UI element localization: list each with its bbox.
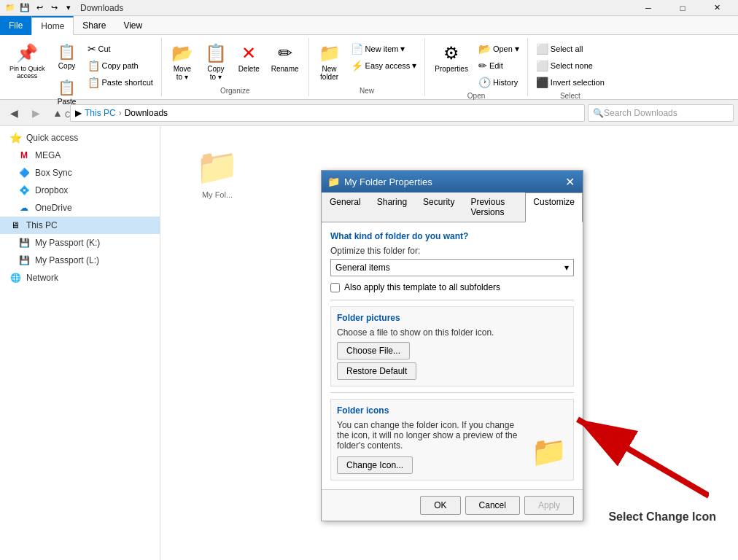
edit-button[interactable]: ✏ Edit [475, 58, 523, 74]
copy-path-button[interactable]: 📋 Copy path [84, 58, 157, 74]
sidebar-item-onedrive[interactable]: ☁ OneDrive [0, 199, 160, 217]
ribbon: File Home Share View 📌 Pin to Quickacces… [0, 16, 738, 100]
tab-view[interactable]: View [114, 16, 151, 34]
ok-button[interactable]: OK [420, 496, 460, 515]
dialog-tabs: General Sharing Security Previous Versio… [322, 192, 583, 222]
optimize-dropdown[interactable]: General items ▾ [330, 259, 574, 276]
dialog-tab-sharing[interactable]: Sharing [369, 192, 415, 222]
delete-button[interactable]: ✕ Delete [233, 39, 265, 77]
forward-button[interactable]: ▶ [26, 104, 45, 122]
dialog-footer: OK Cancel Apply [322, 489, 583, 521]
cut-label: Cut [98, 44, 111, 53]
edit-icon: ✏ [478, 60, 487, 71]
dialog-title-bar[interactable]: 📁 My Folder Properties ✕ [322, 171, 583, 192]
select-group: ⬜ Select all ⬜ Select none ⬛ Invert sele… [528, 38, 613, 96]
dialog-title-icon: 📁 [327, 176, 340, 187]
sidebar-item-passport-l[interactable]: 💾 My Passport (L:) [0, 252, 160, 269]
invert-label: Invert selection [551, 78, 605, 87]
copy-to-button[interactable]: 📋 Copyto ▾ [200, 39, 232, 85]
cut-icon: ✂ [88, 43, 96, 55]
optimize-subheading: Optimize this folder for: [330, 246, 574, 256]
dialog-close-button[interactable]: ✕ [562, 174, 577, 189]
search-bar[interactable]: 🔍 Search Downloads [588, 104, 734, 122]
rename-button[interactable]: ✏ Rename [266, 39, 304, 77]
dropdown-icon[interactable]: ▾ [63, 2, 74, 14]
cut-button[interactable]: ✂ Cut [84, 41, 157, 57]
folder-preview-icon: 📁 [531, 435, 567, 469]
dialog-tab-general[interactable]: General [322, 192, 369, 222]
sidebar-quick-access-label: Quick access [26, 133, 78, 143]
address-bar[interactable]: ▶ This PC › Downloads [70, 104, 585, 122]
paste-shortcut-button[interactable]: 📋 Paste shortcut [84, 74, 157, 90]
save-icon[interactable]: 💾 [19, 2, 31, 14]
move-to-button[interactable]: 📂 Moveto ▾ [166, 39, 198, 85]
copy-path-icon: 📋 [88, 60, 100, 71]
maximize-button[interactable]: □ [666, 0, 699, 16]
copy-icon: 📋 [58, 43, 76, 61]
choose-file-button[interactable]: Choose File... [337, 342, 410, 359]
copy-button[interactable]: 📋 Copy [52, 39, 82, 74]
breadcrumb-this-pc[interactable]: This PC [85, 108, 116, 118]
cancel-button[interactable]: Cancel [465, 496, 520, 515]
tab-home[interactable]: Home [31, 16, 74, 35]
sidebar-item-quick-access[interactable]: ⭐ Quick access [0, 129, 160, 147]
history-button[interactable]: 🕐 History [475, 74, 523, 90]
tab-file[interactable]: File [0, 16, 31, 35]
invert-icon: ⬛ [536, 77, 548, 88]
copy-to-icon: 📋 [205, 43, 227, 63]
sidebar-passport-l-label: My Passport (L:) [35, 255, 99, 265]
rename-label: Rename [271, 65, 299, 73]
folder-item-myfolder[interactable]: 📁 My Fol... [188, 147, 246, 199]
redo-icon[interactable]: ↪ [48, 2, 60, 14]
open-label: Open [493, 44, 513, 53]
apply-template-checkbox[interactable] [330, 283, 340, 292]
apply-button[interactable]: Apply [524, 496, 574, 515]
properties-button[interactable]: ⚙ Properties [430, 39, 473, 77]
undo-icon[interactable]: ↩ [34, 2, 45, 14]
sidebar-item-dropbox[interactable]: 💠 Dropbox [0, 182, 160, 199]
delete-icon: ✕ [241, 43, 256, 63]
dropdown-arrow-icon: ▾ [564, 262, 569, 273]
invert-selection-button[interactable]: ⬛ Invert selection [532, 74, 608, 90]
history-icon: 🕐 [478, 77, 491, 88]
sidebar-item-this-pc[interactable]: 🖥 This PC [0, 217, 160, 234]
passport-l-icon: 💾 [18, 255, 31, 265]
main-layout: ⭐ Quick access M MEGA 🔷 Box Sync 💠 Dropb… [0, 126, 738, 560]
dialog-tab-customize[interactable]: Customize [525, 192, 583, 222]
pin-to-quick-access-button[interactable]: 📌 Pin to Quickaccess [4, 39, 50, 83]
dialog-body: What kind of folder do you want? Optimiz… [322, 222, 583, 489]
properties-label: Properties [435, 65, 468, 73]
new-group-label: New [360, 85, 374, 96]
passport-k-icon: 💾 [18, 238, 31, 248]
file-area: 📁 My Fol... 📁 My Folder Properties ✕ Gen… [160, 126, 738, 560]
new-folder-button[interactable]: 📁 Newfolder [314, 39, 346, 85]
network-icon: 🌐 [9, 273, 22, 283]
up-button[interactable]: ▲ [48, 104, 67, 122]
sidebar-item-passport-k[interactable]: 💾 My Passport (K:) [0, 234, 160, 252]
select-none-label: Select none [551, 61, 593, 70]
change-icon-button[interactable]: Change Icon... [337, 456, 413, 474]
paste-icon: 📋 [58, 79, 76, 96]
open-button[interactable]: 📂 Open ▾ [475, 41, 523, 57]
easy-access-button[interactable]: ⚡ Easy access ▾ [347, 58, 421, 74]
dialog-tab-previous-versions[interactable]: Previous Versions [462, 192, 525, 222]
navigation-bar: ◀ ▶ ▲ ▶ This PC › Downloads 🔍 Search Dow… [0, 100, 738, 126]
close-button[interactable]: ✕ [700, 0, 734, 16]
open-icon: 📂 [478, 43, 491, 55]
restore-default-button[interactable]: Restore Default [337, 362, 416, 380]
select-none-button[interactable]: ⬜ Select none [532, 58, 608, 74]
sidebar-mega-label: MEGA [35, 150, 61, 160]
back-button[interactable]: ◀ [4, 104, 23, 122]
minimize-button[interactable]: ─ [632, 0, 665, 16]
sidebar-item-network[interactable]: 🌐 Network [0, 269, 160, 287]
pin-label: Pin to Quickaccess [9, 65, 45, 79]
sidebar-item-mega[interactable]: M MEGA [0, 147, 160, 164]
tab-share[interactable]: Share [74, 16, 114, 34]
sidebar-item-box-sync[interactable]: 🔷 Box Sync [0, 164, 160, 182]
folder-icons-desc: You can change the folder icon. If you c… [337, 420, 525, 451]
mega-icon: M [18, 150, 31, 160]
select-all-button[interactable]: ⬜ Select all [532, 41, 608, 57]
sidebar-passport-k-label: My Passport (K:) [35, 238, 100, 248]
new-item-button[interactable]: 📄 New item ▾ [347, 41, 421, 57]
dialog-tab-security[interactable]: Security [415, 192, 462, 222]
